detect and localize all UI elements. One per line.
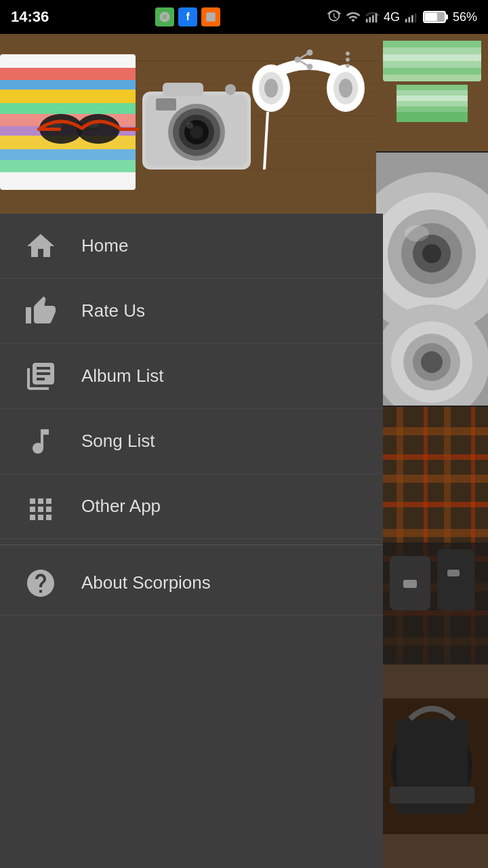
nav-rate-us-label: Rate Us [81,300,145,321]
svg-rect-100 [447,570,460,576]
battery-percent: 56% [453,10,477,24]
signal2-icon [404,9,419,24]
svg-rect-0 [206,12,216,22]
album-icon [20,356,61,397]
nav-item-album-list[interactable]: Album List [0,344,383,409]
svg-rect-99 [403,580,417,588]
svg-point-75 [405,225,429,241]
svg-rect-11 [445,14,448,20]
svg-point-80 [421,351,443,373]
right-panel-4 [376,665,488,868]
nav-album-list-label: Album List [81,366,163,387]
main-content: Home Rate Us Album List [0,34,488,868]
right-panel-2 [376,153,488,407]
help-circle-icon [20,563,61,604]
notification-icons: f [155,7,220,26]
svg-rect-2 [369,17,371,22]
svg-rect-65 [396,101,468,106]
right-panel [376,34,488,868]
home-icon [20,226,61,267]
svg-rect-56 [383,41,481,47]
music-note-icon [20,421,61,462]
nav-item-song-list[interactable]: Song List [0,409,383,474]
svg-rect-57 [383,47,481,54]
status-right-icons: 4G 56% [327,9,477,24]
svg-rect-62 [396,85,468,90]
svg-rect-3 [372,15,374,22]
svg-rect-67 [396,112,468,122]
right-panel-3 [376,407,488,665]
nav-item-rate-us[interactable]: Rate Us [0,279,383,344]
svg-rect-10 [425,13,437,21]
status-time: 14:36 [11,8,49,26]
top-bar-overlay [0,34,376,214]
notification-icon-2: f [178,7,197,26]
svg-rect-4 [375,14,378,23]
svg-rect-63 [396,90,468,96]
notification-icon-3 [201,7,220,26]
right-panel-4-img [376,665,488,868]
notification-icon-1 [155,7,174,26]
nav-item-about[interactable]: About Scorpions [0,551,383,616]
navigation-drawer: Home Rate Us Album List [0,214,383,868]
svg-rect-105 [390,787,474,804]
right-panel-1-img [376,34,488,153]
svg-rect-60 [383,68,481,75]
right-panel-2-img [376,153,488,406]
apps-icon [20,486,61,527]
nav-item-other-app[interactable]: Other App [0,474,383,539]
svg-rect-6 [408,17,410,22]
more-button[interactable] [329,41,366,78]
share-button[interactable] [285,41,322,78]
svg-rect-64 [396,96,468,101]
status-bar: 14:36 f 4G 56% [0,0,488,34]
right-panel-3-img [376,407,488,665]
svg-rect-59 [383,61,481,68]
thumb-up-icon [20,291,61,332]
alarm-icon [327,9,342,24]
wifi-icon [346,9,361,24]
svg-point-74 [422,244,441,263]
network-type: 4G [384,10,400,24]
nav-other-app-label: Other App [81,496,161,517]
signal-icon [365,9,380,24]
nav-home-label: Home [81,235,128,256]
nav-about-label: About Scorpions [81,572,211,593]
nav-item-home[interactable]: Home [0,214,383,279]
right-panel-1 [376,34,488,153]
svg-rect-7 [411,15,413,22]
nav-items-list: Home Rate Us Album List [0,214,383,539]
nav-song-list-label: Song List [81,431,155,452]
nav-divider [0,545,383,545]
svg-rect-8 [415,14,417,23]
svg-rect-1 [366,19,368,23]
svg-rect-66 [396,106,468,112]
svg-rect-58 [383,54,481,61]
battery-icon [423,9,449,24]
svg-rect-5 [405,19,407,23]
svg-rect-98 [437,549,474,610]
